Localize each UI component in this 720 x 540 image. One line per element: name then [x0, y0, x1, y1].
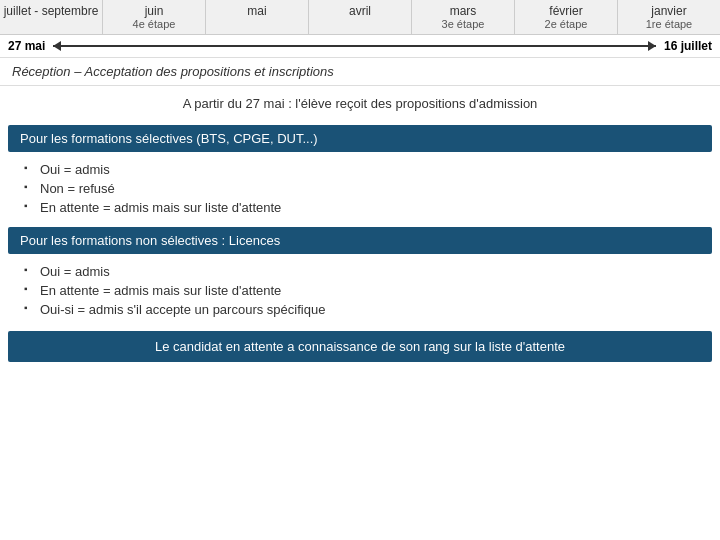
timeline-cell-mai: mai — [206, 0, 309, 34]
timeline-header: juillet - septembre juin 4e étape mai av… — [0, 0, 720, 35]
month-label-juin: juin — [105, 4, 203, 18]
timeline-cell-fevrier: février 2e étape — [515, 0, 618, 34]
bottom-bar: Le candidat en attente a connaissance de… — [8, 331, 712, 362]
timeline-cell-mars: mars 3e étape — [412, 0, 515, 34]
arrow-end-label: 16 juillet — [664, 39, 712, 53]
month-label-mars: mars — [414, 4, 512, 18]
non-selective-bullet-3: Oui-si = admis s'il accepte un parcours … — [40, 300, 700, 319]
selective-bullet-list: Oui = admis Non = refusé En attente = ad… — [0, 156, 720, 221]
timeline-cell-juil-sept: juillet - septembre — [0, 0, 103, 34]
section-title: Réception – Acceptation des propositions… — [0, 58, 720, 86]
arrow-row: 27 mai 16 juillet — [0, 35, 720, 58]
month-label-fevrier: février — [517, 4, 615, 18]
selective-bullet-3: En attente = admis mais sur liste d'atte… — [40, 198, 700, 217]
month-label-janvier: janvier — [620, 4, 718, 18]
timeline-cell-juin: juin 4e étape — [103, 0, 206, 34]
month-label-mai: mai — [208, 4, 306, 18]
month-label: juillet - septembre — [2, 4, 100, 18]
non-selective-bullet-2: En attente = admis mais sur liste d'atte… — [40, 281, 700, 300]
non-selective-bar-text: Pour les formations non sélectives : — [20, 233, 225, 248]
etape-label-5: 2e étape — [517, 18, 615, 30]
arrow-line — [53, 45, 656, 47]
etape-label-4: 3e étape — [414, 18, 512, 30]
selective-bar-suffix: (BTS, CPGE, DUT...) — [193, 131, 318, 146]
etape-label-6: 1re étape — [620, 18, 718, 30]
main-description: A partir du 27 mai : l'élève reçoit des … — [0, 86, 720, 119]
timeline-cell-avril: avril — [309, 0, 412, 34]
non-selective-bullet-1: Oui = admis — [40, 262, 700, 281]
selective-bullet-2: Non = refusé — [40, 179, 700, 198]
etape-label-1: 4e étape — [105, 18, 203, 30]
non-selective-bar: Pour les formations non sélectives : Lic… — [8, 227, 712, 254]
selective-bar-text: Pour les formations sélectives — [20, 131, 193, 146]
selective-bar: Pour les formations sélectives (BTS, CPG… — [8, 125, 712, 152]
month-label-avril: avril — [311, 4, 409, 18]
arrow-start-label: 27 mai — [8, 39, 45, 53]
selective-bullet-1: Oui = admis — [40, 160, 700, 179]
non-selective-bar-suffix: Licences — [225, 233, 280, 248]
non-selective-bullet-list: Oui = admis En attente = admis mais sur … — [0, 258, 720, 323]
timeline-cell-janvier: janvier 1re étape — [618, 0, 720, 34]
